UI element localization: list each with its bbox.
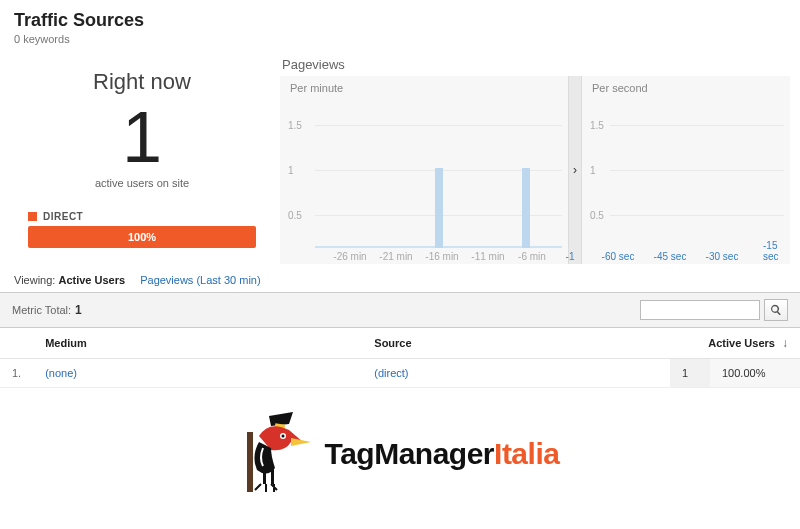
cell-medium[interactable]: (none) — [33, 359, 362, 388]
active-users-caption: active users on site — [14, 177, 270, 189]
legend-swatch-icon — [28, 212, 37, 221]
page-title: Traffic Sources — [14, 10, 786, 31]
ytick: 1 — [590, 165, 596, 176]
table-row[interactable]: 1. (none) (direct) 1 100.00% — [0, 359, 800, 388]
chart-per-minute-label: Per minute — [280, 76, 568, 100]
brand-logo: TagManagerItalia — [0, 412, 800, 496]
logo-text-1: TagManager — [325, 437, 494, 470]
chart-per-minute[interactable]: Per minute 1.5 1 0.5 -26 min -21 min -16… — [280, 76, 568, 264]
metric-total-value: 1 — [75, 303, 82, 317]
chart-per-second-label: Per second — [582, 76, 790, 100]
ytick: 0.5 — [590, 210, 604, 221]
xtick: -21 min — [379, 251, 412, 262]
ytick: 1.5 — [590, 119, 604, 130]
right-now-label: Right now — [14, 69, 270, 95]
col-active-users[interactable]: Active Users ↓ — [670, 328, 800, 359]
legend-label: DIRECT — [43, 211, 83, 222]
svg-rect-6 — [271, 468, 274, 484]
xtick: -1 — [566, 251, 575, 262]
ytick: 1 — [288, 165, 294, 176]
chevron-right-icon: › — [573, 163, 577, 177]
active-users-number: 1 — [14, 101, 270, 173]
ytick: 1.5 — [288, 119, 302, 130]
col-medium[interactable]: Medium — [33, 328, 362, 359]
tab-pageviews-30min[interactable]: Pageviews (Last 30 min) — [140, 274, 260, 286]
search-icon — [770, 304, 782, 316]
right-now-panel: Right now 1 active users on site DIRECT … — [0, 49, 280, 264]
svg-rect-7 — [247, 432, 253, 492]
ytick: 0.5 — [288, 210, 302, 221]
tab-active-users[interactable]: Active Users — [58, 274, 125, 286]
search-input[interactable] — [640, 300, 760, 320]
xtick: -16 min — [425, 251, 458, 262]
page-subtitle: 0 keywords — [14, 33, 786, 45]
cell-pct: 100.00% — [710, 359, 800, 388]
xtick: -45 sec — [654, 251, 687, 262]
col-active-users-label: Active Users — [708, 337, 775, 349]
svg-point-3 — [281, 435, 284, 438]
metric-total-label: Metric Total: — [12, 304, 71, 316]
legend-direct: DIRECT — [28, 211, 270, 222]
row-index: 1. — [0, 359, 33, 388]
xtick: -6 min — [518, 251, 546, 262]
cell-count: 1 — [670, 359, 710, 388]
bar-minute-6 — [522, 168, 530, 248]
xtick: -11 min — [471, 251, 504, 262]
xtick: -26 min — [333, 251, 366, 262]
chart-per-second[interactable]: Per second 1.5 1 0.5 -60 sec -45 sec -30… — [582, 76, 790, 264]
xtick: -60 sec — [602, 251, 635, 262]
pageviews-title: Pageviews — [282, 57, 790, 72]
bar-minute-16 — [435, 168, 443, 248]
xtick: -15 sec — [763, 240, 781, 262]
traffic-bar-direct[interactable]: 100% — [28, 226, 256, 248]
svg-rect-5 — [263, 470, 266, 484]
viewing-label: Viewing: — [14, 274, 55, 286]
sort-desc-icon: ↓ — [782, 336, 788, 350]
col-source[interactable]: Source — [362, 328, 670, 359]
svg-marker-0 — [269, 412, 293, 426]
logo-text-2: Italia — [494, 437, 559, 470]
woodpecker-icon — [241, 412, 313, 496]
search-button[interactable] — [764, 299, 788, 321]
xtick: -30 sec — [706, 251, 739, 262]
svg-marker-4 — [291, 438, 311, 446]
chart-splitter[interactable]: › — [568, 76, 582, 264]
cell-source[interactable]: (direct) — [362, 359, 670, 388]
sources-table: Medium Source Active Users ↓ 1. (none) (… — [0, 328, 800, 388]
